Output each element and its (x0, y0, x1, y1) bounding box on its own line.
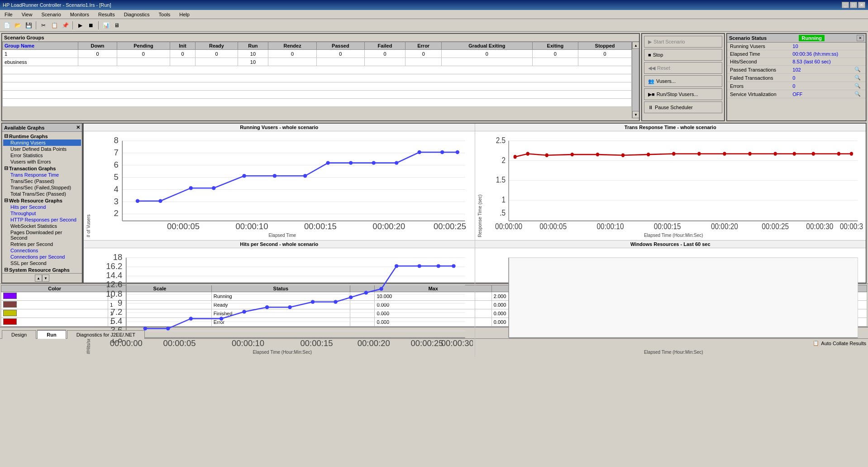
toolbar-new[interactable]: 📄 (2, 20, 12, 30)
col-down[interactable]: Down (78, 42, 117, 50)
graph-hits-per-sec-svg: 18 16.2 14.4 12.6 10.8 9 7.2 5.4 3.6 1.8… (92, 250, 473, 349)
row1-passed: 0 (317, 50, 365, 58)
menu-tools[interactable]: Tools (156, 11, 173, 18)
table-row: ebusiness 10 (3, 58, 632, 66)
svg-text:00:00:20: 00:00:20 (372, 221, 405, 231)
tree-item-vusers-errors[interactable]: Vusers with Errors (3, 159, 81, 165)
status-row-elapsed: Elapsed Time 00:00:36 (hh:mm:ss) (727, 50, 866, 58)
pause-scheduler-button[interactable]: ⏸ Pause Scheduler (644, 101, 722, 113)
menu-scenario[interactable]: Scenario (38, 11, 63, 18)
stop-button[interactable]: ■ Stop (644, 49, 722, 61)
tree-item-trans-sec-passed[interactable]: Trans/Sec (Passed) (3, 178, 81, 184)
col-ready[interactable]: Ready (196, 42, 238, 50)
toolbar-copy[interactable]: 📋 (49, 20, 59, 30)
ag-scroll-down[interactable]: ▼ (42, 274, 49, 282)
col-gradual[interactable]: Gradual Exiting (442, 42, 533, 50)
tree-item-user-defined[interactable]: User Defined Data Points (3, 146, 81, 152)
menu-file[interactable]: File (2, 11, 15, 18)
row2-name: ebusiness (3, 58, 78, 66)
tab-diagnostics[interactable]: Diagnostics for J2EE/.NET (67, 330, 145, 339)
col-exiting[interactable]: Exiting (532, 42, 578, 50)
menu-diagnostics[interactable]: Diagnostics (121, 11, 153, 18)
svg-text:00:00:20: 00:00:20 (358, 338, 390, 348)
search-failed[interactable]: 🔍 (852, 74, 866, 82)
col-rendez[interactable]: Rendez (268, 42, 317, 50)
svg-text:00:00:10: 00:00:10 (232, 338, 264, 348)
svg-point-105 (311, 300, 315, 303)
graph-windows-resources-svg (483, 250, 864, 349)
tree-item-trans-response[interactable]: Trans Response Time (3, 172, 81, 178)
col-stopped[interactable]: Stopped (578, 42, 632, 50)
toolbar-agent[interactable]: 🖥 (112, 20, 122, 30)
status-close-button[interactable]: ✕ (857, 35, 864, 41)
available-graphs-close[interactable]: ✕ (76, 125, 80, 130)
svg-point-30 (372, 161, 376, 164)
svg-point-106 (334, 300, 337, 303)
tree-item-throughput[interactable]: Throughput (3, 210, 81, 217)
row1-name: 1 (3, 50, 78, 58)
toolbar-stop[interactable]: ⏹ (86, 20, 96, 30)
maximize-button[interactable]: □ (850, 2, 857, 8)
tree-item-ssl[interactable]: SSL per Second (3, 260, 81, 266)
col-failed[interactable]: Failed (364, 42, 405, 50)
menu-monitors[interactable]: Monitors (67, 11, 92, 18)
row2-gradual (442, 58, 533, 66)
svg-text:6: 6 (114, 160, 119, 169)
tree-item-connections[interactable]: Connections (3, 247, 81, 254)
col-group-name[interactable]: Group Name (3, 42, 78, 50)
reset-button[interactable]: ◀◀ Reset (644, 62, 722, 74)
toolbar-paste[interactable]: 📌 (60, 20, 70, 30)
tree-item-retries[interactable]: Retries per Second (3, 241, 81, 247)
svg-point-108 (364, 291, 368, 294)
tree-group-runtime[interactable]: ⊟ Runtime Graphs (3, 133, 81, 140)
graph-windows-resources-xlabel: Elapsed Time (Hour:Min:Sec) (483, 349, 864, 355)
search-passed[interactable]: 🔍 (852, 66, 866, 74)
toolbar-sep2 (72, 21, 73, 29)
menu-view[interactable]: View (19, 11, 35, 18)
tree-item-hits-per-sec[interactable]: Hits per Second (3, 204, 81, 210)
tab-design[interactable]: Design (2, 330, 36, 339)
col-passed[interactable]: Passed (317, 42, 365, 50)
scroll-down-button[interactable]: ▼ (632, 111, 639, 118)
menu-help[interactable]: Help (176, 11, 192, 18)
scroll-up-button[interactable]: ▲ (632, 42, 639, 49)
start-scenario-button[interactable]: ▶ Start Scenario (644, 36, 722, 48)
toolbar-monitor[interactable]: 📊 (101, 20, 111, 30)
svg-text:8: 8 (114, 135, 119, 145)
run-stop-vusers-button[interactable]: ▶■ Run/Stop Vusers... (644, 88, 722, 100)
row1-down: 0 (78, 50, 117, 58)
tab-run[interactable]: Run (37, 330, 66, 339)
search-service-virt[interactable]: 🔍 (852, 90, 866, 98)
tree-item-websocket[interactable]: WebSocket Statistics (3, 223, 81, 229)
vusers-button[interactable]: 👥 Vusers... (644, 75, 722, 87)
tree-item-connections-per-sec[interactable]: Connections per Second (3, 254, 81, 260)
tree-group-transaction[interactable]: ⊟ Transaction Graphs (3, 165, 81, 172)
toolbar-open[interactable]: 📂 (13, 20, 23, 30)
tree-group-web[interactable]: ⊟ Web Resource Graphs (3, 197, 81, 204)
col-pending[interactable]: Pending (117, 42, 170, 50)
toolbar-save[interactable]: 💾 (24, 20, 33, 30)
tree-item-http-responses[interactable]: HTTP Responses per Second (3, 217, 81, 223)
toolbar-cut[interactable]: ✂ (38, 20, 48, 30)
tree-item-running-vusers[interactable]: Running Vusers (3, 140, 81, 146)
toolbar-run[interactable]: ▶ (75, 20, 85, 30)
status-row-passed: Passed Transactions 102 🔍 (727, 66, 866, 74)
status-row-errors: Errors 0 🔍 (727, 82, 866, 90)
label-running-vusers: Running Vusers (727, 43, 790, 50)
tree-item-pages-downloaded[interactable]: Pages Downloaded per Second (3, 229, 81, 241)
menu-results[interactable]: Results (95, 11, 118, 18)
minimize-button[interactable]: _ (842, 2, 849, 8)
col-error[interactable]: Error (405, 42, 442, 50)
close-button[interactable]: ✕ (858, 2, 865, 8)
svg-rect-114 (509, 258, 858, 338)
tree-group-system[interactable]: ⊟ System Resource Graphs (3, 266, 81, 273)
ag-scroll-up[interactable]: ▲ (35, 274, 42, 282)
col-run[interactable]: Run (238, 42, 268, 50)
col-init[interactable]: Init (170, 42, 196, 50)
graph-trans-response-ylabel: Response Time (sec) (477, 133, 483, 238)
search-errors[interactable]: 🔍 (852, 82, 866, 90)
tree-item-error-stats[interactable]: Error Statistics (3, 152, 81, 159)
tree-item-trans-sec-failed[interactable]: Trans/Sec (Failed,Stopped) (3, 184, 81, 191)
tree-item-total-trans[interactable]: Total Trans/Sec (Passed) (3, 191, 81, 197)
status-table: Running Vusers 10 Elapsed Time 00:00:36 … (727, 43, 866, 98)
